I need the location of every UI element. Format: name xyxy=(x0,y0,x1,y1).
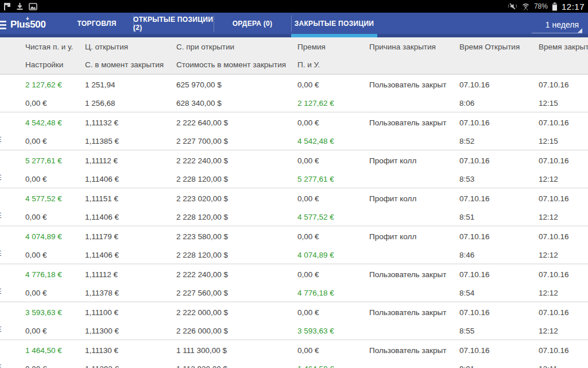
cell-value-at-open: 2 223 020,00 $ xyxy=(176,194,297,203)
cell-pl: 1 464,50 € xyxy=(297,365,369,368)
status-notification-icons xyxy=(3,2,37,10)
cell-open-clock: 8:53 xyxy=(459,175,539,183)
cell-premium: 0,00 € xyxy=(297,156,369,165)
cell-close-price: 1,11406 € xyxy=(85,251,176,259)
cell-settings: 0,00 € xyxy=(25,365,85,368)
cell-premium: 0,00 € xyxy=(297,80,369,89)
tab-trade[interactable]: ТОРГОВЛЯ xyxy=(60,13,133,34)
cell-open-date: 07.10.16 xyxy=(459,194,539,203)
cell-close-reason: Пользователь закрыт xyxy=(369,118,459,127)
cell-value-at-open: 2 222 240,00 $ xyxy=(176,156,297,165)
cell-open-price: 1 251,94 xyxy=(85,80,176,89)
cell-pl: 4 074,89 € xyxy=(297,251,369,259)
cell-open-price: 1,11179 € xyxy=(85,232,176,241)
col-header-open-time: Время Открытия xyxy=(459,43,539,51)
cell-close-date: 07.10.16 xyxy=(539,270,588,279)
cell-open-price: 1,11112 € xyxy=(85,270,176,279)
cell-value-at-open: 2 222 000,00 $ xyxy=(176,308,297,317)
cell-pl: 4 577,52 € xyxy=(297,213,369,221)
cell-open-clock: 9:01 xyxy=(459,365,539,368)
cell-close-price: 1 256,68 xyxy=(85,99,176,108)
cell-settings: 0,00 € xyxy=(25,251,85,259)
cell-net-pl: 5 277,61 € xyxy=(25,156,85,165)
cell-open-price: 1,11151 € xyxy=(85,194,176,203)
col-header-value-at-close: Стоимость в момент закрытия xyxy=(176,60,297,69)
cell-close-reason: Профит колл xyxy=(369,232,459,241)
cell-pl: 4 542,48 € xyxy=(297,137,369,145)
cell-close-date: 07.10.16 xyxy=(539,194,588,203)
tab-separator xyxy=(133,16,134,32)
cell-close-clock: 12:15 xyxy=(539,137,588,145)
flag-icon xyxy=(3,2,11,10)
cell-close-price: 1,11385 € xyxy=(85,137,176,145)
table-row[interactable]: Е 1 464,50 € 1,11130 € 1 111 300,00 $ 0,… xyxy=(0,340,588,368)
cell-net-pl: 2 127,62 € xyxy=(25,80,85,89)
table-row[interactable]: Е 4 776,18 € 1,11112 € 2 222 240,00 $ 0,… xyxy=(0,264,588,302)
cell-close-date: 07.10.16 xyxy=(539,346,588,355)
table-row[interactable]: Е 5 277,61 € 1,11112 € 2 222 240,00 $ 0,… xyxy=(0,151,588,189)
col-header-premium: Премия xyxy=(297,43,369,51)
tab-orders[interactable]: ОРДЕРА (0) xyxy=(214,13,291,34)
clipped-instrument-fragment: Е xyxy=(0,363,2,368)
tab-separator xyxy=(214,16,214,32)
cell-close-reason: Профит колл xyxy=(369,156,459,165)
cell-net-pl: 4 542,48 € xyxy=(25,118,85,127)
cell-value-at-open: 2 223 580,00 $ xyxy=(176,232,297,241)
cell-open-clock: 8:54 xyxy=(459,289,539,297)
cell-close-reason: Пользователь закрыт xyxy=(369,308,459,317)
col-header-value-at-open: С. при открытии xyxy=(176,43,297,51)
table-row[interactable]: Е 4 577,52 € 1,11151 € 2 223 020,00 $ 0,… xyxy=(0,189,588,227)
cell-premium: 0,00 € xyxy=(297,194,369,203)
cell-close-date: 07.10.16 xyxy=(539,232,588,241)
cell-open-price: 1,11132 € xyxy=(85,118,176,127)
table-row[interactable]: Е 4 074,89 € 1,11179 € 2 223 580,00 $ 0,… xyxy=(0,227,588,264)
cell-open-date: 07.10.16 xyxy=(459,308,539,317)
cell-premium: 0,00 € xyxy=(297,232,369,241)
table-header: Чистая п. и у. Ц. открытия С. при открыт… xyxy=(0,37,588,75)
cell-open-date: 07.10.16 xyxy=(459,232,539,241)
closed-positions-table: Чистая п. и у. Ц. открытия С. при открыт… xyxy=(0,37,588,368)
col-header-close-time: Время закрытия xyxy=(539,43,588,51)
cell-close-reason: Пользователь закрыт xyxy=(369,346,459,355)
clipped-instrument-fragment: Е xyxy=(0,250,2,258)
cell-close-clock: 12:12 xyxy=(539,251,588,259)
cell-net-pl: 1 464,50 € xyxy=(25,346,85,355)
period-selector-value: 1 неделя xyxy=(546,20,579,29)
cell-settings: 0,00 € xyxy=(25,213,85,221)
cell-value-at-close: 628 340,00 $ xyxy=(176,99,297,108)
col-header-close-price: С. в момент закрытия xyxy=(85,60,176,69)
period-selector-dropdown[interactable]: 1 неделя xyxy=(532,16,582,33)
download-icon xyxy=(16,2,24,10)
cell-value-at-open: 2 222 640,00 $ xyxy=(176,118,297,127)
clipped-instrument-fragment: Е xyxy=(0,212,2,220)
cell-settings: 0,00 € xyxy=(25,99,85,108)
clipped-instrument-fragment: Е xyxy=(0,136,2,144)
status-bar: 78% 12:17 xyxy=(0,0,588,13)
cell-premium: 0,00 € xyxy=(297,270,369,279)
cell-net-pl: 4 074,89 € xyxy=(25,232,85,241)
tab-closed-positions[interactable]: ЗАКРЫТЫЕ ПОЗИЦИИ xyxy=(291,13,377,34)
table-row[interactable]: 2 127,62 € 1 251,94 625 970,00 $ 0,00 € … xyxy=(0,75,588,113)
cell-close-date: 07.10.16 xyxy=(539,308,588,317)
cell-open-date: 07.10.16 xyxy=(459,80,539,89)
cell-close-price: 1,11406 € xyxy=(85,213,176,221)
plus-badge: + xyxy=(26,16,29,22)
cell-value-at-close: 2 227 560,00 $ xyxy=(176,289,297,297)
cell-premium: 0,00 € xyxy=(297,308,369,317)
cell-net-pl: 3 593,63 € xyxy=(25,308,85,317)
col-header-net-pl: Чистая п. и у. xyxy=(25,43,85,51)
cell-open-date: 07.10.16 xyxy=(459,156,539,165)
table-row[interactable]: Е 4 542,48 € 1,11132 € 2 222 640,00 $ 0,… xyxy=(0,113,588,151)
cell-close-clock: 12:12 xyxy=(539,327,588,335)
table-body: 2 127,62 € 1 251,94 625 970,00 $ 0,00 € … xyxy=(0,75,588,368)
cell-settings: 0,00 € xyxy=(25,327,85,335)
cell-open-date: 07.10.16 xyxy=(459,118,539,127)
tab-open-positions[interactable]: ОТКРЫТЫЕ ПОЗИЦИИ (2) xyxy=(133,13,214,34)
table-row[interactable]: Е 3 593,63 € 1,11100 € 2 222 000,00 $ 0,… xyxy=(0,302,588,340)
hamburger-menu-icon[interactable] xyxy=(0,21,6,31)
col-header-settings: Настройки xyxy=(25,60,85,69)
cell-value-at-close: 2 228 120,00 $ xyxy=(176,213,297,221)
battery-percent: 78% xyxy=(534,2,548,10)
plus500-logo: Plus500 + xyxy=(10,19,45,30)
col-header-pl: П. и У. xyxy=(297,60,369,69)
